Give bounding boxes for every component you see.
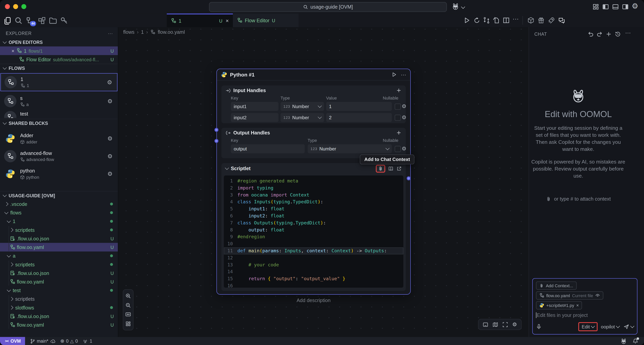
- tree-item-1[interactable]: 1: [0, 217, 118, 226]
- chat-panel-icon[interactable]: [558, 17, 565, 24]
- add-output-handle-icon[interactable]: [396, 130, 402, 135]
- code-line-16[interactable]: 16: [224, 282, 403, 288]
- zoom-out-icon[interactable]: [125, 302, 131, 308]
- section-flows[interactable]: FLOWS: [0, 64, 118, 72]
- tree-item-.flow.ui.oo.json[interactable]: .flow.ui.oo.jsonU: [0, 269, 118, 277]
- fit-view-icon[interactable]: [125, 312, 131, 317]
- flow-item-1[interactable]: 1 1 ⚙: [0, 73, 118, 91]
- toggle-primary-sidebar-icon[interactable]: [602, 3, 609, 10]
- editor-more-actions-icon[interactable]: ···: [512, 15, 520, 22]
- code-line-13[interactable]: 13 # your code: [224, 261, 403, 268]
- input2-connection-handle[interactable]: [214, 139, 218, 143]
- tree-item-flow.oo.yaml[interactable]: flow.oo.yamlU: [0, 321, 118, 329]
- oomol-account-button[interactable]: [452, 3, 464, 10]
- code-line-9[interactable]: 9#endregion: [224, 233, 403, 240]
- tree-item-.flow.ui.oo.json[interactable]: .flow.ui.oo.jsonU: [0, 312, 118, 320]
- code-line-3[interactable]: 3from oocana import Context: [224, 191, 403, 198]
- activity-explorer-icon[interactable]: [3, 17, 12, 25]
- activity-flows-icon[interactable]: 44: [26, 17, 34, 25]
- activity-key-icon[interactable]: [60, 17, 68, 25]
- run-node-icon[interactable]: [392, 72, 397, 77]
- nullable-checkbox[interactable]: [395, 115, 401, 121]
- mic-icon[interactable]: [536, 324, 542, 329]
- output-connection-handle[interactable]: [407, 176, 411, 180]
- code-line-12[interactable]: 12: [224, 254, 403, 261]
- context-pill-scriptlet[interactable]: +scriptlet#1.py ×: [536, 301, 582, 309]
- problems-status[interactable]: ⊗0 △0: [60, 338, 78, 344]
- toggle-panel-icon[interactable]: [483, 321, 488, 327]
- tree-item-flow.oo.yaml[interactable]: flow.oo.yamlU: [0, 277, 118, 286]
- docs-book-icon[interactable]: [388, 166, 394, 171]
- open-external-icon[interactable]: [396, 166, 402, 171]
- tree-item-scriptlets[interactable]: scriptlets: [0, 260, 118, 269]
- type-select[interactable]: 123Number: [308, 144, 392, 153]
- section-shared-blocks[interactable]: SHARED BLOCKS: [0, 119, 118, 127]
- nullable-checkbox[interactable]: [395, 104, 401, 110]
- oomol-rabbit-icon[interactable]: [620, 338, 627, 344]
- redo-icon[interactable]: [596, 31, 603, 38]
- flow-item-s[interactable]: s a ⚙: [0, 92, 118, 110]
- tree-item-slotflows[interactable]: slotflows: [0, 303, 118, 312]
- zoom-in-icon[interactable]: [125, 293, 131, 299]
- code-line-8[interactable]: 8 output: float: [224, 226, 403, 233]
- section-project[interactable]: USAGE-GUIDE [OVM]: [0, 191, 118, 200]
- input1-connection-handle[interactable]: [214, 128, 218, 132]
- add-input-handle-icon[interactable]: [396, 88, 402, 93]
- tree-item-flow.oo.yaml[interactable]: flow.oo.yamlU: [0, 243, 118, 251]
- code-line-6[interactable]: 6 input2: float: [224, 212, 403, 219]
- type-select[interactable]: 123Number: [280, 102, 324, 111]
- row-settings-gear-icon[interactable]: ⚙: [402, 103, 407, 110]
- tab-flow-editor[interactable]: Flow Editor U: [233, 14, 298, 27]
- settings-gear-icon[interactable]: ⚙: [632, 2, 638, 11]
- remote-indicator[interactable]: >< OVM: [0, 337, 25, 345]
- key-field[interactable]: input2: [231, 113, 278, 122]
- row-settings-gear-icon[interactable]: ⚙: [402, 145, 407, 152]
- chat-history-icon[interactable]: [614, 31, 621, 38]
- open-changes-icon[interactable]: [493, 17, 500, 24]
- model-dropdown[interactable]: oopilot: [601, 324, 620, 329]
- open-editor-item[interactable]: Flow Editorsubflows/advanced-fl... U: [0, 55, 118, 64]
- flow-settings-gear-icon[interactable]: ⚙: [107, 79, 112, 86]
- command-center-search[interactable]: usage-guide [OVM]: [209, 2, 447, 12]
- flow-canvas[interactable]: flows› 1› flow.oo.yaml Python #1 ··· Inp…: [118, 27, 528, 337]
- code-line-2[interactable]: 2import typing: [224, 185, 403, 192]
- gift-panel-icon[interactable]: [538, 17, 545, 24]
- key-field[interactable]: output: [231, 144, 305, 153]
- node-header[interactable]: Python #1 ···: [217, 69, 410, 81]
- node-more-actions-icon[interactable]: ···: [401, 71, 406, 78]
- customize-layout-icon[interactable]: [592, 3, 599, 10]
- ports-status[interactable]: 1: [83, 338, 92, 344]
- minimize-window-button[interactable]: [13, 4, 18, 9]
- close-editor-icon[interactable]: ×: [12, 48, 14, 54]
- row-settings-gear-icon[interactable]: ⚙: [402, 114, 407, 120]
- explorer-more-actions-icon[interactable]: ···: [108, 31, 113, 36]
- notifications-bell-icon[interactable]: [632, 338, 638, 344]
- tree-item-test[interactable]: test: [0, 286, 118, 295]
- key-field[interactable]: input1: [231, 102, 278, 111]
- auto-layout-icon[interactable]: [125, 321, 131, 326]
- canvas-settings-gear-icon[interactable]: ⚙: [512, 321, 517, 328]
- section-open-editors[interactable]: OPEN EDITORS: [0, 38, 118, 47]
- run-flow-icon[interactable]: [463, 17, 470, 24]
- add-context-button[interactable]: Add Context...: [536, 282, 576, 290]
- scriptlet-code-editor[interactable]: 1#region generated meta 2import typing 3…: [224, 175, 403, 288]
- activity-folder-icon[interactable]: [49, 17, 57, 25]
- eye-icon[interactable]: [595, 293, 600, 298]
- send-button[interactable]: [624, 324, 634, 329]
- rerun-flow-icon[interactable]: [473, 17, 480, 24]
- chat-mode-dropdown[interactable]: Edit: [578, 322, 598, 331]
- chat-more-actions-icon[interactable]: ···: [625, 29, 632, 36]
- code-line-4[interactable]: 4class Inputs(typing.TypedDict):: [224, 198, 403, 205]
- remove-context-icon[interactable]: ×: [576, 303, 579, 308]
- code-line-15[interactable]: 15 return { "output": "output_value" }: [224, 275, 403, 282]
- tree-item-.vscode[interactable]: .vscode: [0, 200, 118, 208]
- block-settings-gear-icon[interactable]: ⚙: [108, 135, 112, 142]
- fullscreen-icon[interactable]: [502, 321, 508, 327]
- minimap-icon[interactable]: [492, 321, 498, 327]
- breadcrumb[interactable]: flows› 1› flow.oo.yaml: [123, 29, 185, 35]
- add-description-button[interactable]: Add description: [216, 297, 411, 303]
- block-settings-gear-icon[interactable]: ⚙: [108, 153, 112, 159]
- tree-item-scriptlets[interactable]: scriptlets: [0, 295, 118, 303]
- split-editor-icon[interactable]: [503, 17, 510, 24]
- tree-item-a[interactable]: a: [0, 251, 118, 260]
